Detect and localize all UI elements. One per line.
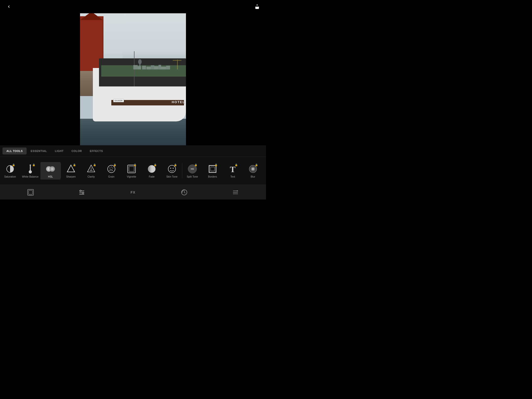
lock-icon-skin-tone: 🔒 [174, 164, 177, 166]
tools-row: 🔒 Saturation 🔒 White Balance [0, 157, 266, 185]
svg-rect-44 [29, 190, 33, 194]
lock-icon-sharpen: 🔒 [73, 164, 76, 166]
svg-point-24 [113, 167, 113, 168]
tool-saturation-icon: 🔒 [5, 164, 16, 174]
tab-all-tools[interactable]: ALL TOOLS [2, 148, 27, 154]
tool-vignette-icon: 🔒 [126, 164, 137, 174]
svg-point-46 [29, 195, 30, 196]
svg-point-33 [168, 165, 176, 173]
hsl-circle-right [50, 166, 55, 172]
svg-point-34 [170, 168, 171, 169]
svg-point-51 [80, 190, 81, 192]
tool-borders[interactable]: 🔒 Borders [202, 162, 223, 180]
hsl-circles [46, 165, 55, 173]
tab-color[interactable]: COLOR [67, 148, 86, 154]
tool-sharpen-icon: 🔒 [66, 164, 76, 174]
tool-white-balance-icon: 🔒 [25, 164, 36, 174]
boat-sign: OAXEN [113, 99, 124, 102]
skyline-svg [120, 49, 186, 79]
tool-vignette[interactable]: 🔒 Vignette [121, 162, 142, 180]
svg-point-23 [111, 166, 112, 167]
svg-rect-12 [173, 60, 182, 61]
lock-icon-white-balance: 🔒 [32, 164, 35, 166]
svg-rect-14 [30, 165, 31, 166]
tool-grain-label: Grain [108, 175, 114, 178]
svg-point-21 [108, 165, 115, 173]
nav-adjust-button[interactable] [74, 186, 89, 199]
svg-rect-10 [166, 66, 170, 69]
svg-point-47 [31, 195, 32, 196]
tool-white-balance[interactable]: 🔒 White Balance [20, 162, 40, 180]
tool-text[interactable]: 🔒 T Text [223, 162, 243, 180]
svg-point-39 [249, 165, 257, 173]
lock-icon-borders: 🔒 [215, 164, 217, 166]
tool-borders-label: Borders [208, 175, 217, 178]
svg-point-16 [29, 170, 32, 173]
tool-sharpen[interactable]: 🔒 Sharpen [61, 162, 81, 180]
tab-bar: ALL TOOLS ESSENTIAL LIGHT COLOR EFFECTS [0, 145, 266, 157]
tool-split-tone[interactable]: 🔒 HS Split Tone [182, 162, 202, 180]
svg-rect-37 [211, 167, 215, 171]
tool-vignette-label: Vignette [127, 175, 136, 178]
share-button[interactable] [253, 2, 262, 11]
tool-borders-icon: 🔒 [207, 164, 218, 174]
tool-sharpen-label: Sharpen [66, 175, 76, 178]
svg-point-45 [30, 195, 31, 196]
lock-icon-clarity: 🔒 [93, 164, 96, 166]
tool-clarity[interactable]: 🔒 Clarity [81, 162, 101, 180]
tool-split-tone-label: Split Tone [187, 175, 198, 178]
svg-rect-15 [30, 166, 31, 170]
svg-point-28 [112, 170, 113, 171]
svg-point-32 [148, 165, 155, 173]
tool-saturation[interactable]: 🔒 Saturation [0, 162, 20, 180]
svg-point-27 [111, 170, 112, 171]
lock-icon-text: 🔒 [235, 164, 238, 166]
tool-hsl[interactable]: HSL [40, 162, 61, 180]
tool-fade-icon: 🔒 [146, 164, 157, 174]
tool-blur-label: Blur [251, 175, 255, 178]
lock-icon-fade: 🔒 [154, 164, 157, 166]
tool-grain[interactable]: 🔒 Grain [101, 162, 121, 180]
nav-fx-button[interactable]: FX [126, 186, 140, 199]
tool-skin-tone-label: Skin Tone [166, 175, 178, 178]
tool-text-label: Text [230, 175, 235, 178]
tab-effects[interactable]: EFFECTS [86, 148, 107, 154]
lock-icon-grain: 🔒 [113, 164, 116, 166]
svg-rect-2 [133, 65, 138, 69]
svg-rect-6 [151, 65, 154, 69]
svg-point-26 [112, 169, 112, 170]
nav-menu-button[interactable] [228, 186, 243, 199]
back-button[interactable] [4, 2, 13, 11]
lock-icon-vignette: 🔒 [133, 164, 136, 166]
svg-rect-5 [147, 66, 151, 69]
nav-bar: FX [0, 185, 266, 200]
tool-blur-icon: 🔒 [248, 164, 258, 174]
tool-saturation-label: Saturation [4, 175, 16, 178]
top-bar [0, 0, 266, 13]
tool-split-tone-icon: 🔒 HS [187, 164, 198, 174]
nav-frames-button[interactable] [23, 186, 38, 199]
photo-container: OAXEN HOTEL [80, 9, 186, 150]
image-area: OAXEN HOTEL [0, 13, 266, 145]
lock-icon-saturation: 🔒 [12, 164, 15, 166]
lock-icon-blur: 🔒 [255, 164, 258, 166]
svg-point-29 [109, 170, 110, 171]
tab-light[interactable]: LIGHT [51, 148, 68, 154]
lock-icon-split-tone: 🔒 [194, 164, 197, 166]
hotel-sign: HOTEL [172, 100, 185, 104]
svg-point-0 [138, 59, 142, 64]
tool-blur[interactable]: 🔒 Blur [243, 162, 263, 180]
tool-clarity-icon: 🔒 [86, 164, 97, 174]
tool-text-icon: 🔒 T [227, 164, 238, 174]
tool-skin-tone[interactable]: 🔒 Skin Tone [162, 162, 182, 180]
svg-point-35 [173, 168, 174, 169]
svg-rect-4 [142, 66, 146, 69]
tool-remove[interactable]: 🔒 Remove Beta [263, 160, 266, 181]
nav-history-button[interactable] [177, 186, 192, 199]
tool-fade[interactable]: 🔒 Fade [142, 162, 162, 180]
water [80, 119, 186, 150]
tool-grain-icon: 🔒 [106, 164, 117, 174]
svg-point-22 [110, 167, 110, 168]
tool-hsl-label: HSL [48, 175, 53, 178]
tab-essential[interactable]: ESSENTIAL [27, 148, 51, 154]
